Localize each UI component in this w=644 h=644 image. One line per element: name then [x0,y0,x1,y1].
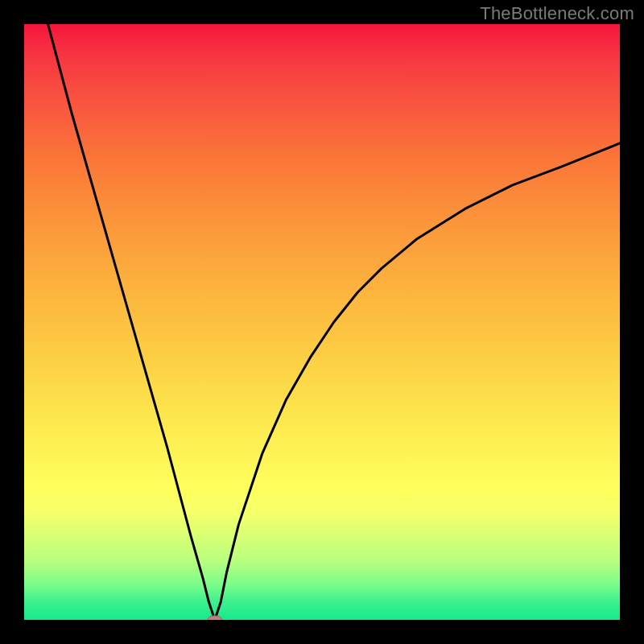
minimum-marker [208,616,222,620]
curve-layer [24,24,620,620]
watermark-text: TheBottleneck.com [480,3,634,24]
plot-area [24,24,620,620]
bottleneck-curve [48,24,620,620]
chart-frame: TheBottleneck.com [0,0,644,644]
